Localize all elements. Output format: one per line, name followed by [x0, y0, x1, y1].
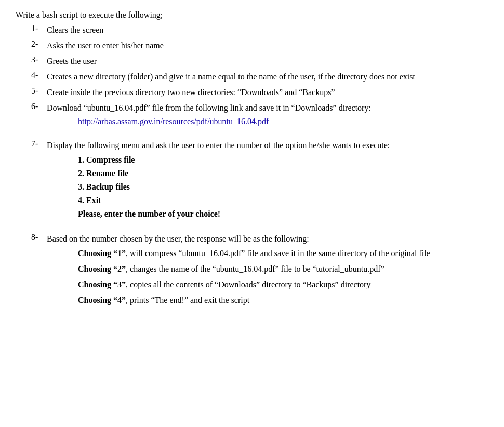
spacer	[16, 224, 488, 230]
choice-2: Choosing “2”, changes the name of the “u…	[78, 263, 488, 275]
item-number: 3-	[31, 55, 47, 68]
list-item: 7- Display the following menu and ask th…	[16, 139, 488, 221]
spacer	[16, 131, 488, 136]
item-text: Clears the screen	[47, 24, 488, 36]
item-text: Display the following menu and ask the u…	[47, 139, 488, 221]
menu-sublist: 1. Compress file 2. Rename file 3. Backu…	[78, 154, 488, 220]
item-number: 4-	[31, 71, 47, 83]
choice-rest-4: , prints “The end!” and exit the script	[126, 296, 249, 304]
item-number: 5-	[31, 86, 47, 99]
item-number: 2-	[31, 39, 47, 52]
item-text: Based on the number chosen by the user, …	[47, 233, 488, 310]
item-number: 1-	[31, 24, 47, 36]
choice-label-1: Choosing “1”	[78, 249, 126, 258]
menu-item-3: 3. Backup files	[78, 181, 488, 193]
choice-1: Choosing “1”, will compress “ubuntu_16.0…	[78, 247, 488, 260]
choices-block: Choosing “1”, will compress “ubuntu_16.0…	[78, 247, 488, 306]
menu-prompt: Please, enter the number of your choice!	[78, 208, 488, 220]
choice-label-4: Choosing “4”	[78, 296, 126, 304]
item-text: Asks the user to enter his/her name	[47, 39, 488, 52]
item-text: Create inside the previous directory two…	[47, 86, 488, 99]
main-list: 1- Clears the screen 2- Asks the user to…	[16, 24, 488, 310]
item-text: Download “ubuntu_16.04.pdf” file from th…	[47, 102, 488, 128]
ubuntu-pdf-link[interactable]: http://arbas.assam.gov.in/resources/pdf/…	[78, 115, 488, 128]
menu-item-1: 1. Compress file	[78, 154, 488, 166]
choice-4: Choosing “4”, prints “The end!” and exit…	[78, 294, 488, 306]
choice-rest-1: , will compress “ubuntu_16.04.pdf” file …	[126, 249, 430, 258]
item-number: 6-	[31, 102, 47, 128]
item-text: Creates a new directory (folder) and giv…	[47, 71, 488, 83]
list-item: 4- Creates a new directory (folder) and …	[16, 71, 488, 83]
choice-rest-3: , copies all the contents of “Downloads”…	[126, 280, 370, 289]
list-item: 5- Create inside the previous directory …	[16, 86, 488, 99]
item-text: Greets the user	[47, 55, 488, 68]
list-item: 3- Greets the user	[16, 55, 488, 68]
list-item: 2- Asks the user to enter his/her name	[16, 39, 488, 52]
menu-item-4: 4. Exit	[78, 194, 488, 207]
intro-text: Write a bash script to execute the follo…	[16, 10, 488, 20]
choice-3: Choosing “3”, copies all the contents of…	[78, 278, 488, 291]
item-number: 7-	[31, 139, 47, 221]
item-number: 8-	[31, 233, 47, 310]
list-item: 6- Download “ubuntu_16.04.pdf” file from…	[16, 102, 488, 128]
choice-rest-2: , changes the name of the “ubuntu_16.04.…	[126, 264, 384, 273]
list-item: 1- Clears the screen	[16, 24, 488, 36]
choice-label-3: Choosing “3”	[78, 280, 126, 289]
choice-label-2: Choosing “2”	[78, 264, 126, 273]
list-item: 8- Based on the number chosen by the use…	[16, 233, 488, 310]
menu-item-2: 2. Rename file	[78, 167, 488, 180]
